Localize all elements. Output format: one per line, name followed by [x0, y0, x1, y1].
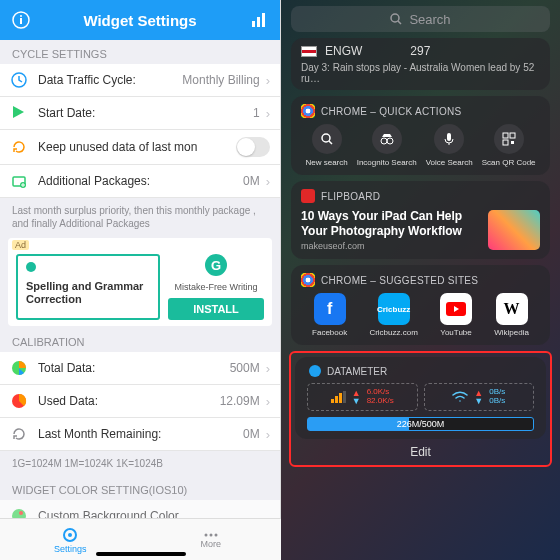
- pie-icon: [10, 359, 28, 377]
- ad-tag: Ad: [12, 240, 29, 250]
- facebook-icon: f: [314, 293, 346, 325]
- chevron-right-icon: ›: [266, 427, 270, 442]
- svg-point-19: [322, 134, 330, 142]
- edit-button[interactable]: Edit: [295, 439, 546, 461]
- svg-point-1: [20, 15, 22, 17]
- chrome-icon: [301, 273, 315, 287]
- chrome-quick-actions-widget: CHROME – QUICK ACTIONS New search Incogn…: [291, 96, 550, 175]
- search-field[interactable]: Search: [291, 6, 550, 32]
- svg-point-18: [391, 14, 399, 22]
- updown-icon: ▲▼: [474, 389, 483, 405]
- start-date-row[interactable]: Start Date: 1 ›: [0, 97, 280, 130]
- svg-point-17: [214, 533, 217, 536]
- facebook-site[interactable]: fFacebook: [312, 293, 347, 337]
- info-icon[interactable]: [10, 9, 32, 31]
- datameter-widget[interactable]: DATAMETER ▲▼ 6.0K/s82.0K/s ▲▼ 0B/s0B/s 2…: [295, 357, 546, 439]
- svg-rect-26: [511, 141, 514, 144]
- svg-rect-4: [257, 17, 260, 27]
- more-tab-icon: [202, 531, 220, 539]
- svg-point-21: [387, 138, 393, 144]
- chart-icon[interactable]: [248, 9, 270, 31]
- chevron-right-icon: ›: [266, 73, 270, 88]
- wikipedia-site[interactable]: WWikipedia: [494, 293, 529, 337]
- wifi-stats: ▲▼ 0B/s0B/s: [424, 383, 535, 411]
- refresh-icon: [10, 138, 28, 156]
- mic-icon: [434, 124, 464, 154]
- svg-point-16: [209, 533, 212, 536]
- cellular-stats: ▲▼ 6.0K/s82.0K/s: [307, 383, 418, 411]
- search-action-icon: [312, 124, 342, 154]
- total-data-row[interactable]: Total Data: 500M ›: [0, 352, 280, 385]
- svg-point-14: [68, 533, 72, 537]
- additional-packages-row[interactable]: Additional Packages: 0M ›: [0, 165, 280, 198]
- svg-rect-3: [252, 21, 255, 27]
- chevron-right-icon: ›: [266, 106, 270, 121]
- svg-rect-2: [20, 18, 22, 24]
- cycle-footnote: Last month surplus priority, then this m…: [0, 198, 280, 236]
- flipboard-widget[interactable]: FLIPBOARD 10 Ways Your iPad Can Help You…: [291, 181, 550, 259]
- cricbuzz-site[interactable]: CricbuzzCricbuzz.com: [369, 293, 417, 337]
- svg-point-15: [204, 533, 207, 536]
- svg-point-20: [381, 138, 387, 144]
- pie-used-icon: [10, 392, 28, 410]
- usage-bar: 226M/500M: [307, 417, 534, 431]
- used-data-row[interactable]: Used Data: 12.09M ›: [0, 385, 280, 418]
- install-button[interactable]: INSTALL: [168, 298, 264, 320]
- chevron-right-icon: ›: [266, 174, 270, 189]
- traffic-cycle-row[interactable]: Data Traffic Cycle: Monthly Billing ›: [0, 64, 280, 97]
- cricket-widget[interactable]: ENGW 297 Day 3: Rain stops play - Austra…: [291, 38, 550, 90]
- svg-rect-23: [503, 133, 508, 138]
- england-flag-icon: [301, 46, 317, 57]
- home-indicator[interactable]: [96, 552, 186, 556]
- package-icon: [10, 172, 28, 190]
- chevron-right-icon: ›: [266, 361, 270, 376]
- settings-tab-icon: [61, 526, 79, 544]
- new-search-action[interactable]: New search: [305, 124, 347, 167]
- tab-bar: Settings More: [0, 518, 281, 560]
- datameter-icon: [309, 365, 321, 377]
- clock-icon: [10, 71, 28, 89]
- flipboard-icon: [301, 189, 315, 203]
- ad-creative: Spelling and Grammar Correction: [16, 254, 160, 320]
- ad-card[interactable]: Ad Spelling and Grammar Correction G Mis…: [8, 238, 272, 326]
- youtube-icon: [440, 293, 472, 325]
- updown-icon: ▲▼: [352, 389, 361, 405]
- page-title: Widget Settings: [83, 12, 196, 29]
- incognito-action[interactable]: Incognito Search: [357, 124, 417, 167]
- incognito-icon: [372, 124, 402, 154]
- suggested-sites-widget: CHROME – SUGGESTED SITES fFacebook Cricb…: [291, 265, 550, 345]
- color-header: WIDGET COLOR SETTING(IOS10): [0, 476, 280, 500]
- svg-rect-25: [503, 140, 508, 145]
- signal-icon: [331, 391, 346, 403]
- grammarly-logo-icon: G: [205, 254, 227, 276]
- svg-point-12: [19, 511, 23, 515]
- calibration-header: CALIBRATION: [0, 328, 280, 352]
- svg-rect-24: [510, 133, 515, 138]
- scan-qr-action[interactable]: Scan QR Code: [482, 124, 536, 167]
- chrome-icon: [301, 104, 315, 118]
- youtube-site[interactable]: YouTube: [440, 293, 472, 337]
- refresh-grey-icon: [10, 425, 28, 443]
- cycle-header: CYCLE SETTINGS: [0, 40, 280, 64]
- voice-search-action[interactable]: Voice Search: [426, 124, 473, 167]
- datameter-highlight: DATAMETER ▲▼ 6.0K/s82.0K/s ▲▼ 0B/s0B/s 2…: [289, 351, 552, 467]
- play-icon: [10, 104, 28, 122]
- last-month-row[interactable]: Last Month Remaining: 0M ›: [0, 418, 280, 451]
- svg-rect-22: [447, 133, 451, 141]
- qr-icon: [494, 124, 524, 154]
- keep-unused-toggle[interactable]: [236, 137, 270, 157]
- unit-legend: 1G=1024M 1M=1024K 1K=1024B: [0, 451, 280, 476]
- keep-unused-row[interactable]: Keep unused data of last mon: [0, 130, 280, 165]
- article-thumbnail: [488, 210, 540, 250]
- wikipedia-icon: W: [496, 293, 528, 325]
- search-icon: [390, 13, 403, 26]
- svg-rect-5: [262, 13, 265, 27]
- grammarly-icon: [26, 262, 36, 272]
- wifi-icon: [452, 391, 468, 403]
- cricbuzz-icon: Cricbuzz: [378, 293, 410, 325]
- chevron-right-icon: ›: [266, 394, 270, 409]
